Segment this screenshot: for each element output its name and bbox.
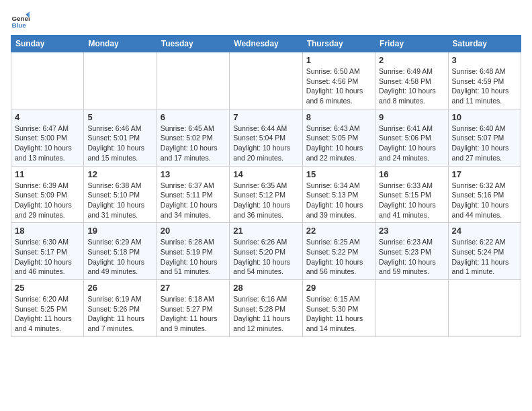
day-info: Sunrise: 6:15 AM Sunset: 5:30 PM Dayligh…	[306, 294, 371, 334]
day-info: Sunrise: 6:43 AM Sunset: 5:05 PM Dayligh…	[306, 124, 371, 163]
day-info: Sunrise: 6:16 AM Sunset: 5:28 PM Dayligh…	[233, 294, 298, 334]
calendar-cell: 6Sunrise: 6:45 AM Sunset: 5:02 PM Daylig…	[157, 109, 229, 166]
calendar-cell: 10Sunrise: 6:40 AM Sunset: 5:07 PM Dayli…	[448, 109, 521, 166]
day-number: 23	[379, 226, 444, 236]
calendar-cell: 14Sunrise: 6:35 AM Sunset: 5:12 PM Dayli…	[230, 166, 302, 223]
calendar-cell	[84, 52, 157, 109]
calendar-cell: 22Sunrise: 6:25 AM Sunset: 5:22 PM Dayli…	[302, 223, 375, 280]
weekday-header-sunday: Sunday	[11, 36, 84, 52]
day-info: Sunrise: 6:50 AM Sunset: 4:56 PM Dayligh…	[306, 66, 371, 106]
day-number: 7	[233, 112, 298, 122]
calendar-week-1: 1Sunrise: 6:50 AM Sunset: 4:56 PM Daylig…	[11, 52, 521, 109]
day-number: 4	[15, 112, 80, 122]
day-info: Sunrise: 6:25 AM Sunset: 5:22 PM Dayligh…	[306, 237, 371, 277]
weekday-header-friday: Friday	[375, 36, 448, 52]
calendar-cell: 26Sunrise: 6:19 AM Sunset: 5:26 PM Dayli…	[84, 280, 157, 337]
calendar-week-4: 18Sunrise: 6:30 AM Sunset: 5:17 PM Dayli…	[11, 223, 521, 280]
calendar-cell: 24Sunrise: 6:22 AM Sunset: 5:24 PM Dayli…	[448, 223, 521, 280]
calendar-week-2: 4Sunrise: 6:47 AM Sunset: 5:00 PM Daylig…	[11, 109, 521, 166]
day-info: Sunrise: 6:20 AM Sunset: 5:25 PM Dayligh…	[15, 294, 80, 334]
calendar-cell: 25Sunrise: 6:20 AM Sunset: 5:25 PM Dayli…	[11, 280, 84, 337]
calendar-cell: 29Sunrise: 6:15 AM Sunset: 5:30 PM Dayli…	[302, 280, 375, 337]
day-info: Sunrise: 6:28 AM Sunset: 5:19 PM Dayligh…	[161, 237, 226, 277]
day-info: Sunrise: 6:46 AM Sunset: 5:01 PM Dayligh…	[87, 124, 152, 163]
calendar-cell: 3Sunrise: 6:48 AM Sunset: 4:59 PM Daylig…	[448, 52, 521, 109]
weekday-header-saturday: Saturday	[448, 36, 521, 52]
day-number: 24	[452, 226, 517, 236]
weekday-header-tuesday: Tuesday	[157, 36, 229, 52]
day-number: 25	[15, 283, 80, 293]
day-info: Sunrise: 6:49 AM Sunset: 4:58 PM Dayligh…	[379, 66, 444, 106]
calendar-cell	[11, 52, 84, 109]
calendar-cell: 18Sunrise: 6:30 AM Sunset: 5:17 PM Dayli…	[11, 223, 84, 280]
day-info: Sunrise: 6:38 AM Sunset: 5:10 PM Dayligh…	[87, 181, 152, 220]
day-info: Sunrise: 6:26 AM Sunset: 5:20 PM Dayligh…	[233, 237, 298, 277]
day-number: 6	[161, 112, 226, 122]
calendar-cell: 1Sunrise: 6:50 AM Sunset: 4:56 PM Daylig…	[302, 52, 375, 109]
calendar-cell: 23Sunrise: 6:23 AM Sunset: 5:23 PM Dayli…	[375, 223, 448, 280]
calendar-cell: 17Sunrise: 6:32 AM Sunset: 5:16 PM Dayli…	[448, 166, 521, 223]
calendar-header-row: SundayMondayTuesdayWednesdayThursdayFrid…	[11, 36, 521, 52]
day-info: Sunrise: 6:39 AM Sunset: 5:09 PM Dayligh…	[15, 181, 80, 220]
calendar-cell: 2Sunrise: 6:49 AM Sunset: 4:58 PM Daylig…	[375, 52, 448, 109]
logo: General Blue	[11, 11, 32, 30]
calendar-cell: 8Sunrise: 6:43 AM Sunset: 5:05 PM Daylig…	[302, 109, 375, 166]
day-number: 20	[161, 226, 226, 236]
day-number: 26	[87, 283, 152, 293]
day-info: Sunrise: 6:44 AM Sunset: 5:04 PM Dayligh…	[233, 124, 298, 163]
day-number: 14	[233, 169, 298, 179]
day-info: Sunrise: 6:41 AM Sunset: 5:06 PM Dayligh…	[379, 124, 444, 163]
day-number: 21	[233, 226, 298, 236]
calendar-cell	[230, 52, 302, 109]
day-number: 18	[15, 226, 80, 236]
logo-icon: General Blue	[11, 11, 30, 30]
calendar-cell: 15Sunrise: 6:34 AM Sunset: 5:13 PM Dayli…	[302, 166, 375, 223]
day-number: 15	[306, 169, 371, 179]
day-number: 12	[87, 169, 152, 179]
day-info: Sunrise: 6:32 AM Sunset: 5:16 PM Dayligh…	[452, 181, 517, 220]
calendar-cell: 21Sunrise: 6:26 AM Sunset: 5:20 PM Dayli…	[230, 223, 302, 280]
calendar-cell	[448, 280, 521, 337]
svg-text:Blue: Blue	[11, 21, 26, 29]
day-number: 28	[233, 283, 298, 293]
day-number: 2	[379, 55, 444, 65]
page-header: General Blue	[11, 11, 521, 30]
day-number: 1	[306, 55, 371, 65]
day-number: 29	[306, 283, 371, 293]
calendar-cell: 12Sunrise: 6:38 AM Sunset: 5:10 PM Dayli…	[84, 166, 157, 223]
weekday-header-wednesday: Wednesday	[230, 36, 302, 52]
calendar-cell: 13Sunrise: 6:37 AM Sunset: 5:11 PM Dayli…	[157, 166, 229, 223]
calendar-cell: 5Sunrise: 6:46 AM Sunset: 5:01 PM Daylig…	[84, 109, 157, 166]
day-info: Sunrise: 6:23 AM Sunset: 5:23 PM Dayligh…	[379, 237, 444, 277]
day-number: 16	[379, 169, 444, 179]
day-info: Sunrise: 6:48 AM Sunset: 4:59 PM Dayligh…	[452, 66, 517, 106]
day-number: 19	[87, 226, 152, 236]
day-number: 22	[306, 226, 371, 236]
day-info: Sunrise: 6:35 AM Sunset: 5:12 PM Dayligh…	[233, 181, 298, 220]
calendar-cell: 16Sunrise: 6:33 AM Sunset: 5:15 PM Dayli…	[375, 166, 448, 223]
calendar-cell: 9Sunrise: 6:41 AM Sunset: 5:06 PM Daylig…	[375, 109, 448, 166]
day-info: Sunrise: 6:33 AM Sunset: 5:15 PM Dayligh…	[379, 181, 444, 220]
day-info: Sunrise: 6:29 AM Sunset: 5:18 PM Dayligh…	[87, 237, 152, 277]
day-info: Sunrise: 6:30 AM Sunset: 5:17 PM Dayligh…	[15, 237, 80, 277]
day-info: Sunrise: 6:34 AM Sunset: 5:13 PM Dayligh…	[306, 181, 371, 220]
calendar-week-5: 25Sunrise: 6:20 AM Sunset: 5:25 PM Dayli…	[11, 280, 521, 337]
day-number: 17	[452, 169, 517, 179]
day-info: Sunrise: 6:47 AM Sunset: 5:00 PM Dayligh…	[15, 124, 80, 163]
day-info: Sunrise: 6:40 AM Sunset: 5:07 PM Dayligh…	[452, 124, 517, 163]
day-number: 13	[161, 169, 226, 179]
weekday-header-monday: Monday	[84, 36, 157, 52]
calendar-cell	[375, 280, 448, 337]
day-info: Sunrise: 6:19 AM Sunset: 5:26 PM Dayligh…	[87, 294, 152, 334]
calendar-table: SundayMondayTuesdayWednesdayThursdayFrid…	[11, 35, 521, 337]
day-number: 10	[452, 112, 517, 122]
calendar-cell: 4Sunrise: 6:47 AM Sunset: 5:00 PM Daylig…	[11, 109, 84, 166]
day-number: 3	[452, 55, 517, 65]
calendar-cell: 20Sunrise: 6:28 AM Sunset: 5:19 PM Dayli…	[157, 223, 229, 280]
day-info: Sunrise: 6:37 AM Sunset: 5:11 PM Dayligh…	[161, 181, 226, 220]
calendar-cell: 19Sunrise: 6:29 AM Sunset: 5:18 PM Dayli…	[84, 223, 157, 280]
calendar-cell: 11Sunrise: 6:39 AM Sunset: 5:09 PM Dayli…	[11, 166, 84, 223]
calendar-cell: 7Sunrise: 6:44 AM Sunset: 5:04 PM Daylig…	[230, 109, 302, 166]
day-number: 9	[379, 112, 444, 122]
day-info: Sunrise: 6:22 AM Sunset: 5:24 PM Dayligh…	[452, 237, 517, 277]
